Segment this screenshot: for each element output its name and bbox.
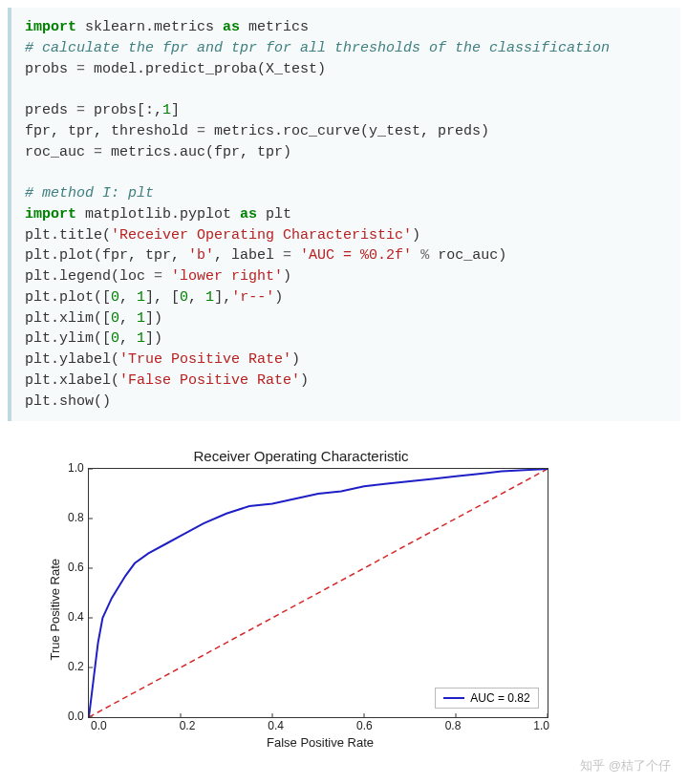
legend-line-icon [443,697,464,699]
diagonal-line [89,469,548,717]
legend-label: AUC = 0.82 [470,691,529,705]
x-ticks: 0.0 0.2 0.4 0.6 0.8 1.0 [91,719,549,732]
plot-area: AUC = 0.82 [88,468,547,716]
y-axis-label: True Positive Rate [48,559,62,660]
legend: AUC = 0.82 [435,688,538,709]
roc-chart: Receiver Operating Characteristic True P… [8,448,680,750]
code-block: import sklearn.metrics as metrics # calc… [8,8,680,421]
chart-title: Receiver Operating Characteristic [48,448,554,464]
x-axis-label: False Positive Rate [91,735,549,750]
plot-svg [88,468,548,718]
y-ticks: 1.0 0.8 0.6 0.4 0.2 0.0 [68,468,88,716]
